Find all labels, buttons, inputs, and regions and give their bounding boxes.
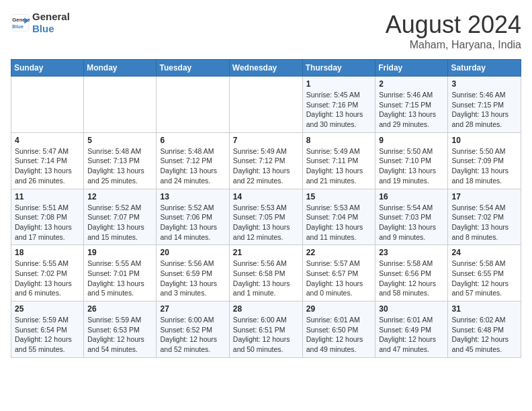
day-info: Sunrise: 5:50 AM Sunset: 7:09 PM Dayligh… — [451, 146, 517, 186]
day-number: 21 — [233, 248, 299, 257]
day-number: 7 — [233, 136, 299, 145]
day-number: 8 — [306, 136, 372, 145]
calendar-cell: 19Sunrise: 5:55 AM Sunset: 7:01 PM Dayli… — [84, 245, 157, 302]
day-number: 9 — [379, 136, 444, 145]
calendar-cell: 10Sunrise: 5:50 AM Sunset: 7:09 PM Dayli… — [448, 132, 521, 189]
day-info: Sunrise: 5:53 AM Sunset: 7:05 PM Dayligh… — [233, 203, 299, 242]
day-info: Sunrise: 5:50 AM Sunset: 7:10 PM Dayligh… — [379, 146, 444, 186]
day-number: 20 — [160, 248, 225, 257]
day-number: 5 — [87, 136, 152, 145]
day-number: 23 — [379, 248, 444, 257]
month-year-title: August 2024 — [386, 11, 521, 39]
calendar-cell — [11, 77, 84, 133]
day-info: Sunrise: 5:55 AM Sunset: 7:02 PM Dayligh… — [15, 259, 80, 298]
day-number: 29 — [306, 304, 372, 314]
logo: General Blue General Blue — [11, 11, 70, 35]
day-number: 3 — [451, 79, 517, 89]
calendar-cell: 30Sunrise: 6:01 AM Sunset: 6:49 PM Dayli… — [375, 302, 448, 358]
calendar-cell: 28Sunrise: 6:00 AM Sunset: 6:51 PM Dayli… — [229, 302, 302, 358]
day-info: Sunrise: 5:46 AM Sunset: 7:15 PM Dayligh… — [451, 90, 517, 130]
calendar-cell: 17Sunrise: 5:54 AM Sunset: 7:02 PM Dayli… — [448, 189, 521, 245]
day-info: Sunrise: 5:54 AM Sunset: 7:03 PM Dayligh… — [379, 203, 444, 242]
weekday-header-thursday: Thursday — [302, 60, 375, 77]
weekday-header-sunday: Sunday — [11, 60, 84, 77]
calendar-cell: 8Sunrise: 5:49 AM Sunset: 7:11 PM Daylig… — [302, 132, 375, 189]
calendar-cell: 14Sunrise: 5:53 AM Sunset: 7:05 PM Dayli… — [229, 189, 302, 245]
day-number: 15 — [306, 192, 372, 201]
calendar-cell: 16Sunrise: 5:54 AM Sunset: 7:03 PM Dayli… — [375, 189, 448, 245]
day-number: 10 — [451, 136, 517, 145]
day-number: 1 — [306, 79, 372, 89]
calendar-cell: 1Sunrise: 5:45 AM Sunset: 7:16 PM Daylig… — [302, 77, 375, 133]
day-info: Sunrise: 5:48 AM Sunset: 7:13 PM Dayligh… — [87, 146, 152, 186]
day-number: 6 — [160, 136, 225, 145]
weekday-header-wednesday: Wednesday — [229, 60, 302, 77]
day-number: 24 — [451, 248, 517, 257]
weekday-header-monday: Monday — [84, 60, 157, 77]
day-number: 17 — [451, 192, 517, 201]
day-number: 22 — [306, 248, 372, 257]
calendar-cell: 23Sunrise: 5:58 AM Sunset: 6:56 PM Dayli… — [375, 245, 448, 302]
day-info: Sunrise: 6:01 AM Sunset: 6:49 PM Dayligh… — [379, 315, 444, 355]
day-info: Sunrise: 5:57 AM Sunset: 6:57 PM Dayligh… — [306, 259, 372, 298]
day-info: Sunrise: 5:59 AM Sunset: 6:53 PM Dayligh… — [87, 315, 152, 355]
calendar-cell: 13Sunrise: 5:52 AM Sunset: 7:06 PM Dayli… — [157, 189, 229, 245]
day-number: 12 — [87, 192, 152, 201]
calendar-cell: 31Sunrise: 6:02 AM Sunset: 6:48 PM Dayli… — [448, 302, 521, 358]
day-info: Sunrise: 5:56 AM Sunset: 6:59 PM Dayligh… — [160, 259, 225, 298]
calendar-cell — [229, 77, 302, 133]
calendar-cell: 4Sunrise: 5:47 AM Sunset: 7:14 PM Daylig… — [11, 132, 84, 189]
day-info: Sunrise: 5:56 AM Sunset: 6:58 PM Dayligh… — [233, 259, 299, 298]
calendar-cell: 12Sunrise: 5:52 AM Sunset: 7:07 PM Dayli… — [84, 189, 157, 245]
day-number: 28 — [233, 304, 299, 314]
calendar-cell: 7Sunrise: 5:49 AM Sunset: 7:12 PM Daylig… — [229, 132, 302, 189]
day-number: 31 — [451, 304, 517, 314]
day-number: 27 — [160, 304, 225, 314]
day-info: Sunrise: 5:45 AM Sunset: 7:16 PM Dayligh… — [306, 90, 372, 130]
day-info: Sunrise: 5:55 AM Sunset: 7:01 PM Dayligh… — [87, 259, 152, 298]
calendar-cell: 3Sunrise: 5:46 AM Sunset: 7:15 PM Daylig… — [448, 77, 521, 133]
day-number: 14 — [233, 192, 299, 201]
logo-text-blue: Blue — [32, 23, 70, 35]
calendar-cell: 24Sunrise: 5:58 AM Sunset: 6:55 PM Dayli… — [448, 245, 521, 302]
logo-text-general: General — [32, 11, 70, 23]
weekday-header-friday: Friday — [375, 60, 448, 77]
calendar-cell: 27Sunrise: 6:00 AM Sunset: 6:52 PM Dayli… — [157, 302, 229, 358]
location-subtitle: Maham, Haryana, India — [386, 39, 521, 51]
day-info: Sunrise: 5:47 AM Sunset: 7:14 PM Dayligh… — [15, 146, 80, 186]
calendar-cell: 5Sunrise: 5:48 AM Sunset: 7:13 PM Daylig… — [84, 132, 157, 189]
title-block: August 2024 Maham, Haryana, India — [386, 11, 521, 51]
day-number: 25 — [15, 304, 80, 314]
weekday-header-saturday: Saturday — [448, 60, 521, 77]
calendar-cell: 18Sunrise: 5:55 AM Sunset: 7:02 PM Dayli… — [11, 245, 84, 302]
day-info: Sunrise: 6:01 AM Sunset: 6:50 PM Dayligh… — [306, 315, 372, 355]
logo-icon: General Blue — [11, 13, 30, 32]
day-number: 19 — [87, 248, 152, 257]
calendar-cell: 20Sunrise: 5:56 AM Sunset: 6:59 PM Dayli… — [157, 245, 229, 302]
calendar-cell: 22Sunrise: 5:57 AM Sunset: 6:57 PM Dayli… — [302, 245, 375, 302]
day-info: Sunrise: 5:49 AM Sunset: 7:12 PM Dayligh… — [233, 146, 299, 186]
day-number: 30 — [379, 304, 444, 314]
weekday-header-tuesday: Tuesday — [157, 60, 229, 77]
day-info: Sunrise: 5:54 AM Sunset: 7:02 PM Dayligh… — [451, 203, 517, 242]
day-info: Sunrise: 5:53 AM Sunset: 7:04 PM Dayligh… — [306, 203, 372, 242]
day-number: 13 — [160, 192, 225, 201]
day-info: Sunrise: 5:52 AM Sunset: 7:07 PM Dayligh… — [87, 203, 152, 242]
calendar-cell: 2Sunrise: 5:46 AM Sunset: 7:15 PM Daylig… — [375, 77, 448, 133]
calendar-cell: 26Sunrise: 5:59 AM Sunset: 6:53 PM Dayli… — [84, 302, 157, 358]
day-number: 18 — [15, 248, 80, 257]
page-header: General Blue General Blue August 2024 Ma… — [11, 11, 521, 51]
day-number: 26 — [87, 304, 152, 314]
calendar-cell: 29Sunrise: 6:01 AM Sunset: 6:50 PM Dayli… — [302, 302, 375, 358]
day-info: Sunrise: 5:52 AM Sunset: 7:06 PM Dayligh… — [160, 203, 225, 242]
calendar-cell — [157, 77, 229, 133]
calendar-cell: 15Sunrise: 5:53 AM Sunset: 7:04 PM Dayli… — [302, 189, 375, 245]
day-info: Sunrise: 5:59 AM Sunset: 6:54 PM Dayligh… — [15, 315, 80, 355]
day-info: Sunrise: 6:00 AM Sunset: 6:52 PM Dayligh… — [160, 315, 225, 355]
calendar-cell: 11Sunrise: 5:51 AM Sunset: 7:08 PM Dayli… — [11, 189, 84, 245]
svg-text:Blue: Blue — [12, 24, 24, 30]
calendar-cell — [84, 77, 157, 133]
day-info: Sunrise: 5:46 AM Sunset: 7:15 PM Dayligh… — [379, 90, 444, 130]
calendar-cell: 9Sunrise: 5:50 AM Sunset: 7:10 PM Daylig… — [375, 132, 448, 189]
calendar-cell: 21Sunrise: 5:56 AM Sunset: 6:58 PM Dayli… — [229, 245, 302, 302]
